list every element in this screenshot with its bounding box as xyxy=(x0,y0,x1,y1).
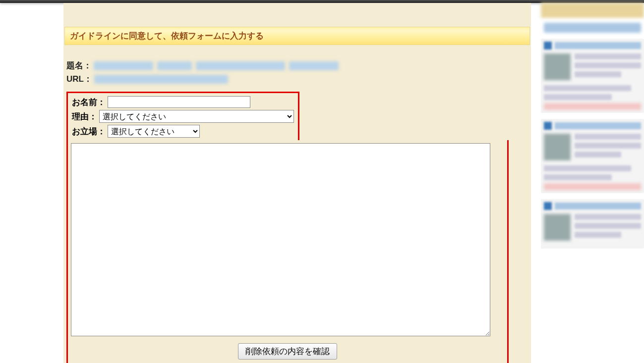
sidebar-item[interactable] xyxy=(544,53,641,80)
confirm-button[interactable]: 削除依頼の内容を確認 xyxy=(238,343,337,360)
redacted-title xyxy=(555,42,641,49)
meta-title-row: 題名： xyxy=(66,60,528,71)
main-content: ガイドラインに同意して、依頼フォームに入力する 題名： URL： お名前： xyxy=(63,3,531,363)
redacted-text xyxy=(94,61,153,70)
thumbnail xyxy=(544,134,571,160)
position-select[interactable]: 選択してください xyxy=(108,125,200,138)
redacted-text xyxy=(575,232,621,238)
redacted-text xyxy=(575,71,621,77)
form-row-position: お立場： 選択してください xyxy=(72,125,294,138)
sidebar-header-block xyxy=(541,3,644,18)
redacted-text xyxy=(289,61,339,70)
highlight-box-bottom: 削除依頼の内容を確認 xyxy=(66,140,509,363)
details-textarea[interactable] xyxy=(71,143,490,336)
redacted-text xyxy=(575,62,641,68)
sidebar xyxy=(541,3,644,363)
reason-select[interactable]: 選択してください xyxy=(99,110,294,123)
page-layout: ガイドラインに同意して、依頼フォームに入力する 題名： URL： お名前： xyxy=(0,3,644,363)
redacted-text xyxy=(94,75,228,84)
sidebar-item[interactable] xyxy=(544,214,641,241)
redacted-lines xyxy=(575,214,641,241)
meta-url-row: URL： xyxy=(66,73,528,85)
redacted-text xyxy=(544,165,631,171)
thumbnail xyxy=(544,53,571,80)
reason-label: 理由： xyxy=(72,111,97,122)
bullet-icon xyxy=(544,202,552,210)
position-label: お立場： xyxy=(72,126,106,137)
sidebar-card xyxy=(541,199,644,249)
redacted-title xyxy=(555,122,641,129)
redacted-text xyxy=(575,143,641,149)
redacted-text xyxy=(157,61,192,70)
sidebar-card xyxy=(541,119,644,193)
highlight-box-top: お名前： 理由： 選択してください お立場： 選択してください xyxy=(66,92,299,142)
form-row-name: お名前： xyxy=(72,96,294,108)
redacted-text xyxy=(544,85,631,91)
bullet-icon xyxy=(544,42,552,50)
spacer-header xyxy=(63,3,531,27)
redacted-text xyxy=(575,214,641,220)
sidebar-card xyxy=(541,39,644,113)
meta-block: 題名： URL： xyxy=(63,45,531,92)
meta-url-label: URL： xyxy=(66,73,92,85)
bullet-icon xyxy=(544,122,552,130)
redacted-lines xyxy=(575,134,641,160)
redacted-title xyxy=(555,203,641,209)
redacted-text xyxy=(575,152,621,157)
form-banner: ガイドラインに同意して、依頼フォームに入力する xyxy=(64,27,530,45)
submit-wrap: 削除依頼の内容を確認 xyxy=(71,343,504,360)
redacted-highlight xyxy=(544,103,641,110)
redacted-text xyxy=(575,53,641,59)
redacted-text xyxy=(196,61,285,70)
redacted-text xyxy=(544,94,612,100)
sidebar-top-link[interactable] xyxy=(544,23,641,33)
redacted-highlight xyxy=(544,183,641,190)
redacted-text xyxy=(575,134,641,140)
redacted-text xyxy=(544,174,612,180)
sidebar-card-title xyxy=(544,42,641,50)
redacted-text xyxy=(575,223,641,229)
thumbnail xyxy=(544,214,571,241)
sidebar-card-title xyxy=(544,202,641,210)
meta-title-label: 題名： xyxy=(66,60,92,71)
name-input[interactable] xyxy=(108,96,250,108)
sidebar-item[interactable] xyxy=(544,134,641,160)
redacted-lines xyxy=(575,53,641,80)
name-label: お名前： xyxy=(72,97,106,108)
sidebar-card-title xyxy=(544,122,641,130)
form-row-reason: 理由： 選択してください xyxy=(72,110,294,123)
